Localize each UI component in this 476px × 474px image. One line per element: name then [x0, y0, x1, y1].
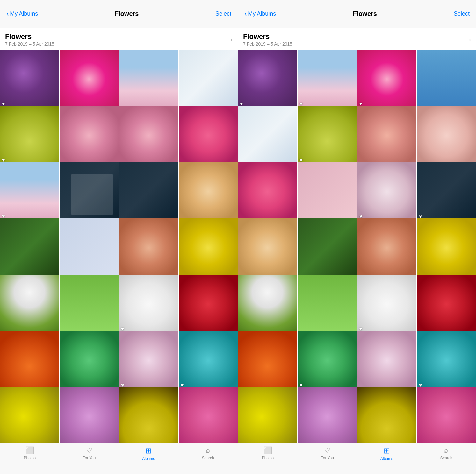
left-tab-search[interactable]: ⌕ Search — [178, 446, 238, 460]
photo-cell[interactable] — [417, 387, 476, 443]
left-photo-grid: ♥ ♥ ♥ ♥ ♥ — [0, 50, 238, 443]
left-back-label: My Albums — [10, 11, 38, 17]
left-back-chevron-icon: ‹ — [6, 10, 9, 18]
photo-cell[interactable]: ♥ — [119, 331, 178, 390]
albums-icon: ⊞ — [384, 446, 390, 455]
photo-cell[interactable] — [60, 331, 119, 390]
left-select-button[interactable]: Select — [215, 11, 231, 17]
photo-cell[interactable] — [119, 387, 178, 443]
photo-cell[interactable] — [357, 106, 416, 165]
photo-cell[interactable] — [238, 331, 297, 390]
left-panel: ‹ My Albums Flowers Select Flowers 7 Feb… — [0, 0, 238, 474]
right-tab-for-you[interactable]: ♡ For You — [298, 446, 357, 460]
photo-cell[interactable]: ♥ — [238, 50, 297, 109]
photo-cell[interactable]: ♥ — [0, 50, 59, 109]
photo-cell[interactable] — [0, 275, 59, 334]
left-tab-bar: ⬜ Photos ♡ For You ⊞ Albums ⌕ Search — [0, 443, 238, 474]
left-tab-photos-label: Photos — [24, 456, 36, 460]
photo-cell[interactable]: ♥ — [179, 331, 238, 390]
photo-cell[interactable] — [60, 387, 119, 443]
photo-cell[interactable] — [60, 50, 119, 109]
photo-cell[interactable]: ♥ — [119, 275, 178, 334]
photo-cell[interactable]: ♥ — [0, 106, 59, 165]
photo-cell[interactable] — [119, 50, 178, 109]
photo-cell[interactable] — [417, 275, 476, 334]
photo-cell[interactable] — [298, 218, 357, 277]
photo-cell[interactable] — [298, 275, 357, 334]
albums-icon: ⊞ — [145, 446, 152, 455]
left-album-date: 7 Feb 2019 – 5 Apr 2015 — [5, 41, 54, 46]
photo-cell[interactable] — [238, 218, 297, 277]
search-icon: ⌕ — [444, 446, 448, 455]
photo-cell[interactable] — [417, 50, 476, 109]
right-tab-search[interactable]: ⌕ Search — [416, 446, 476, 460]
left-tab-albums-label: Albums — [142, 456, 155, 461]
right-select-button[interactable]: Select — [454, 11, 470, 17]
right-album-header-text: Flowers 7 Feb 2019 – 5 Apr 2015 — [243, 32, 292, 46]
left-album-header: Flowers 7 Feb 2019 – 5 Apr 2015 › — [0, 28, 238, 50]
right-panel: ‹ My Albums Flowers Select Flowers 7 Feb… — [238, 0, 476, 474]
photo-cell[interactable] — [238, 387, 297, 443]
left-tab-for-you-label: For You — [83, 456, 96, 460]
photo-cell[interactable] — [357, 387, 416, 443]
photo-cell[interactable] — [357, 331, 416, 390]
photo-cell[interactable]: ♥ — [357, 50, 416, 109]
photo-cell[interactable] — [417, 106, 476, 165]
right-tab-photos[interactable]: ⬜ Photos — [238, 446, 298, 460]
right-tab-albums[interactable]: ⊞ Albums — [357, 446, 417, 461]
photo-cell[interactable] — [60, 218, 119, 277]
photo-cell[interactable]: ♥ — [298, 50, 357, 109]
right-photo-grid: ♥ ♥ ♥ ♥ ♥ ♥ ♥ — [238, 50, 476, 443]
photo-cell[interactable]: ♥ — [357, 162, 416, 221]
left-tab-for-you[interactable]: ♡ For You — [60, 446, 119, 460]
photo-cell[interactable] — [60, 275, 119, 334]
photo-cell[interactable]: ♥ — [0, 162, 59, 221]
left-tab-albums[interactable]: ⊞ Albums — [119, 446, 178, 461]
photo-cell[interactable] — [357, 218, 416, 277]
photo-cell[interactable] — [179, 106, 238, 165]
right-album-title: Flowers — [243, 32, 292, 41]
right-tab-albums-label: Albums — [380, 456, 393, 461]
photo-cell[interactable]: ♥ — [417, 162, 476, 221]
photo-cell[interactable] — [0, 387, 59, 443]
left-nav-title: Flowers — [115, 10, 139, 18]
right-nav-bar: ‹ My Albums Flowers Select — [238, 0, 476, 28]
photos-icon: ⬜ — [25, 446, 34, 455]
left-back-button[interactable]: ‹ My Albums — [6, 10, 38, 18]
photo-cell[interactable]: ♥ — [298, 106, 357, 165]
photo-cell[interactable]: ♥ — [357, 275, 416, 334]
photo-cell[interactable] — [298, 162, 357, 221]
photo-cell[interactable] — [119, 106, 178, 165]
for-you-icon: ♡ — [86, 446, 92, 455]
left-album-title: Flowers — [5, 32, 54, 41]
photo-cell[interactable] — [238, 162, 297, 221]
photo-cell[interactable] — [119, 218, 178, 277]
photo-cell[interactable] — [238, 275, 297, 334]
right-tab-photos-label: Photos — [262, 456, 274, 460]
photo-cell[interactable] — [179, 50, 238, 109]
photo-cell[interactable] — [179, 218, 238, 277]
left-album-chevron-icon[interactable]: › — [230, 36, 233, 43]
photo-cell[interactable] — [60, 162, 119, 221]
photo-cell[interactable]: ♥ — [298, 331, 357, 390]
right-tab-bar: ⬜ Photos ♡ For You ⊞ Albums ⌕ Search — [238, 443, 476, 474]
left-album-header-text: Flowers 7 Feb 2019 – 5 Apr 2015 — [5, 32, 54, 46]
photo-cell[interactable] — [179, 387, 238, 443]
photo-cell[interactable] — [298, 387, 357, 443]
photo-cell[interactable] — [0, 218, 59, 277]
right-back-label: My Albums — [248, 11, 276, 17]
photo-cell[interactable]: ♥ — [417, 331, 476, 390]
photo-cell[interactable] — [179, 275, 238, 334]
photo-cell[interactable] — [238, 106, 297, 165]
left-tab-photos[interactable]: ⬜ Photos — [0, 446, 60, 460]
right-back-button[interactable]: ‹ My Albums — [244, 10, 276, 18]
photos-icon: ⬜ — [263, 446, 272, 455]
photo-cell[interactable] — [119, 162, 178, 221]
right-album-chevron-icon[interactable]: › — [469, 36, 471, 43]
photo-cell[interactable] — [0, 331, 59, 390]
photo-cell[interactable] — [60, 106, 119, 165]
right-back-chevron-icon: ‹ — [244, 10, 247, 18]
left-nav-bar: ‹ My Albums Flowers Select — [0, 0, 238, 28]
photo-cell[interactable] — [417, 218, 476, 277]
photo-cell[interactable] — [179, 162, 238, 221]
